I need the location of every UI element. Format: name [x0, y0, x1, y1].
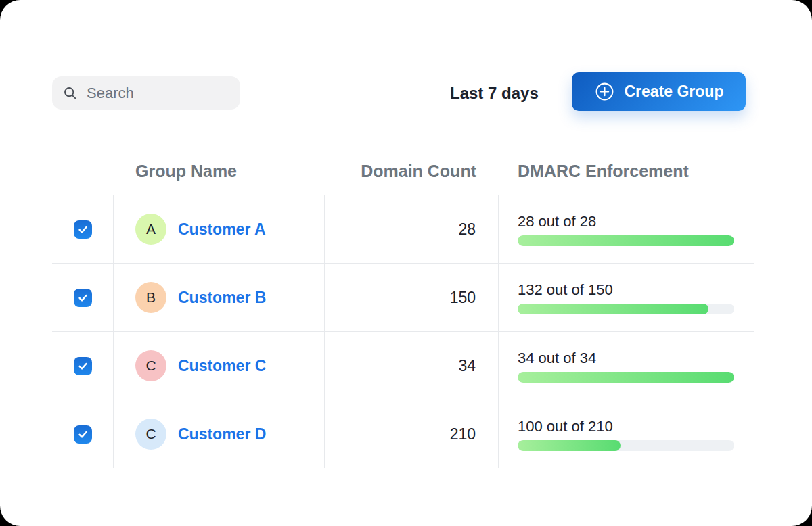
column-header-domain-count: Domain Count: [325, 162, 499, 181]
check-icon: [77, 360, 89, 372]
create-group-button[interactable]: Create Group: [572, 72, 746, 111]
group-name-link[interactable]: Customer B: [178, 289, 266, 307]
enforcement-progress-track: [518, 440, 734, 451]
avatar: C: [135, 350, 166, 381]
groups-table: Group Name Domain Count DMARC Enforcemen…: [52, 147, 754, 468]
table-header-row: Group Name Domain Count DMARC Enforcemen…: [52, 147, 754, 195]
table-row: A Customer A 28 28 out of 28: [52, 195, 754, 264]
table-row: C Customer C 34 34 out of 34: [52, 332, 754, 400]
domain-count-cell: 34: [325, 332, 499, 400]
group-name-link[interactable]: Customer D: [178, 425, 266, 444]
enforcement-label: 34 out of 34: [518, 350, 754, 367]
dmarc-enforcement-cell: 28 out of 28: [499, 195, 754, 263]
enforcement-label: 100 out of 210: [518, 418, 754, 435]
group-name-cell: C Customer C: [114, 332, 325, 400]
checkbox-cell: [52, 332, 114, 400]
enforcement-progress-track: [518, 304, 734, 314]
avatar: C: [135, 419, 166, 450]
plus-circle-icon: [594, 81, 615, 102]
group-name-cell: B Customer B: [114, 264, 325, 331]
row-checkbox[interactable]: [74, 357, 92, 375]
row-checkbox[interactable]: [74, 289, 92, 307]
domain-count-cell: 150: [325, 264, 499, 331]
dmarc-enforcement-cell: 100 out of 210: [499, 400, 754, 468]
check-icon: [77, 224, 89, 235]
group-name-link[interactable]: Customer A: [178, 220, 266, 239]
enforcement-progress-fill: [518, 440, 621, 451]
enforcement-progress-track: [518, 235, 734, 246]
enforcement-label: 132 out of 150: [518, 281, 754, 299]
enforcement-progress-fill: [518, 304, 708, 314]
enforcement-progress-track: [518, 372, 734, 383]
dmarc-enforcement-cell: 132 out of 150: [499, 264, 754, 331]
avatar: A: [135, 214, 166, 245]
search-input[interactable]: [85, 84, 229, 103]
check-icon: [77, 292, 89, 304]
search-icon: [63, 86, 77, 100]
search-box[interactable]: [52, 76, 240, 110]
row-checkbox[interactable]: [74, 425, 92, 444]
group-name-link[interactable]: Customer C: [178, 357, 266, 375]
table-row: C Customer D 210 100 out of 210: [52, 400, 754, 468]
dmarc-enforcement-cell: 34 out of 34: [499, 332, 754, 400]
avatar: B: [135, 282, 166, 313]
app-window: Last 7 days Create Group Group Name Doma…: [0, 0, 812, 526]
table-row: B Customer B 150 132 out of 150: [52, 264, 754, 332]
enforcement-progress-fill: [518, 372, 734, 383]
row-checkbox[interactable]: [74, 220, 92, 239]
enforcement-progress-fill: [518, 235, 734, 246]
group-name-cell: A Customer A: [114, 195, 325, 263]
enforcement-label: 28 out of 28: [518, 213, 754, 231]
column-header-group-name: Group Name: [114, 162, 325, 181]
domain-count-cell: 210: [325, 400, 499, 468]
date-range-selector[interactable]: Last 7 days: [450, 84, 539, 103]
check-icon: [77, 429, 89, 440]
column-header-dmarc-enforcement: DMARC Enforcement: [499, 162, 754, 181]
create-group-label: Create Group: [625, 82, 724, 101]
checkbox-cell: [52, 195, 114, 263]
checkbox-cell: [52, 400, 114, 468]
group-name-cell: C Customer D: [114, 400, 325, 468]
checkbox-cell: [52, 264, 114, 331]
domain-count-cell: 28: [325, 195, 499, 263]
